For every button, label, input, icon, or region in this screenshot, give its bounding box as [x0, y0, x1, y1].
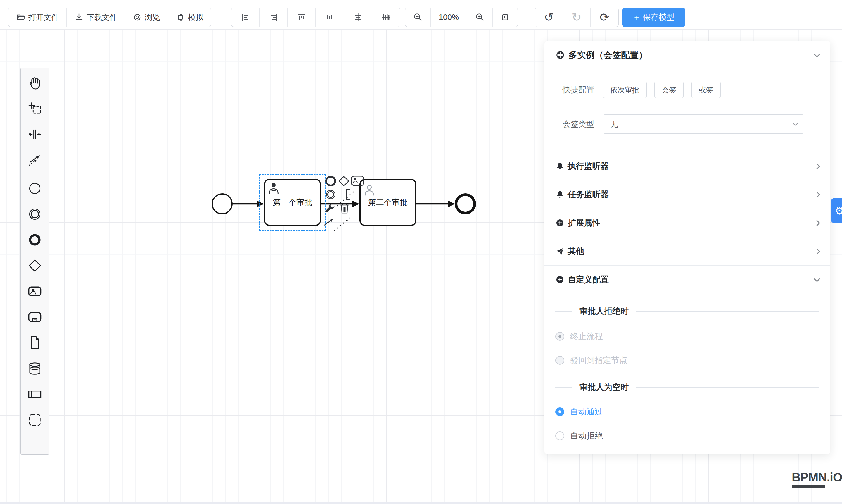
folder-open-icon — [16, 13, 25, 22]
history-button-group: ↺ ↻ ⟳ — [535, 7, 619, 27]
save-model-button[interactable]: ＋ 保存模型 — [622, 7, 685, 27]
create-data-store[interactable] — [20, 356, 49, 381]
sign-type-select[interactable]: 无 — [603, 114, 804, 134]
section-custom-config[interactable]: 自定义配置 — [544, 266, 830, 294]
bell-icon — [556, 190, 564, 199]
radio-auto-pass[interactable]: 自动通过 — [556, 406, 819, 417]
quick-config-row: 快捷配置 依次审批 会签 或签 — [544, 82, 830, 98]
group-title-text: 审批人为空时 — [579, 382, 629, 393]
section-label: 自定义配置 — [568, 274, 609, 285]
open-file-button[interactable]: 打开文件 — [8, 8, 67, 26]
redo-button[interactable]: ↻ — [563, 8, 591, 26]
download-file-button[interactable]: 下载文件 — [67, 8, 125, 26]
quick-option-orsign[interactable]: 或签 — [691, 82, 721, 98]
empty-group-title: 审批人为空时 — [556, 382, 819, 393]
properties-panel: 多实例（会签配置） 快捷配置 依次审批 会签 或签 会签类型 无 — [544, 41, 830, 454]
create-group[interactable] — [20, 407, 49, 433]
create-user-task[interactable] — [20, 278, 49, 304]
start-event-node[interactable] — [212, 193, 233, 214]
append-gateway-button[interactable] — [337, 175, 350, 187]
radio-terminate-process[interactable]: 终止流程 — [556, 331, 819, 342]
group-title-text: 审批人拒绝时 — [579, 306, 629, 317]
chevron-right-icon — [814, 191, 820, 197]
undo-button[interactable]: ↺ — [535, 8, 563, 26]
radio-return-to-node[interactable]: 驳回到指定节点 — [556, 355, 819, 366]
quick-option-sequential[interactable]: 依次审批 — [603, 82, 647, 98]
data-object-icon — [28, 336, 42, 350]
zoom-level-display: 100% — [431, 8, 468, 26]
download-file-label: 下载文件 — [87, 12, 117, 22]
download-icon — [74, 13, 84, 22]
quick-config-label: 快捷配置 — [556, 85, 594, 95]
create-data-object[interactable] — [20, 330, 49, 356]
global-connect-tool[interactable] — [20, 147, 49, 173]
section-task-listener[interactable]: 任务监听器 — [544, 180, 830, 209]
simulate-button[interactable]: 模拟 — [168, 8, 211, 26]
align-bottom-button[interactable] — [316, 8, 344, 26]
chip-icon — [176, 13, 185, 22]
lasso-icon — [28, 101, 42, 116]
align-right-button[interactable] — [260, 8, 288, 26]
section-label: 任务监听器 — [568, 189, 609, 200]
create-gateway[interactable] — [20, 253, 49, 278]
plus-circle-icon — [556, 218, 564, 227]
create-end-event[interactable] — [20, 227, 49, 253]
space-tool-icon — [28, 127, 42, 142]
chevron-right-icon — [814, 220, 820, 226]
append-user-task-button[interactable] — [351, 175, 364, 186]
eye-icon — [133, 13, 142, 22]
sign-type-row: 会签类型 无 — [544, 114, 830, 134]
reset-button[interactable]: ⟳ — [591, 8, 618, 26]
zoom-in-button[interactable] — [468, 8, 493, 26]
create-start-event[interactable] — [20, 176, 49, 201]
user-task-icon — [267, 181, 280, 195]
element-palette — [20, 68, 49, 454]
send-icon — [556, 247, 564, 256]
quick-option-label: 或签 — [699, 85, 713, 95]
connect-tool-button[interactable] — [323, 216, 336, 229]
reject-group-title: 审批人拒绝时 — [556, 306, 819, 317]
section-extension-properties[interactable]: 扩展属性 — [544, 209, 830, 237]
zoom-out-button[interactable] — [405, 8, 431, 26]
fit-viewport-button[interactable] — [493, 8, 518, 26]
trash-delete-button[interactable] — [339, 203, 349, 215]
lasso-tool[interactable] — [20, 96, 49, 121]
multi-instance-icon — [556, 50, 565, 60]
align-top-button[interactable] — [288, 8, 316, 26]
sub-process-icon — [27, 310, 42, 324]
user-task-icon — [27, 284, 42, 299]
settings-toggle-tab[interactable]: ⚙ — [830, 198, 842, 223]
radio-icon — [556, 332, 564, 341]
hand-tool[interactable] — [20, 70, 49, 96]
gateway-icon — [28, 258, 42, 273]
create-intermediate-event[interactable] — [20, 201, 49, 227]
end-event-node[interactable] — [455, 193, 476, 214]
preview-button[interactable]: 浏览 — [125, 8, 168, 26]
quick-option-countersign[interactable]: 会签 — [654, 82, 684, 98]
align-left-button[interactable] — [231, 8, 260, 26]
simulate-label: 模拟 — [188, 12, 203, 22]
panel-sections: 执行监听器 任务监听器 扩展属性 — [544, 152, 830, 294]
space-tool[interactable] — [20, 121, 49, 147]
redo-icon: ↻ — [572, 11, 581, 24]
section-other[interactable]: 其他 — [544, 237, 830, 266]
chevron-down-icon[interactable] — [814, 51, 820, 57]
distribute-button[interactable] — [372, 8, 400, 26]
intermediate-event-icon — [28, 207, 42, 221]
radio-label: 自动拒绝 — [570, 430, 603, 442]
append-text-annotation-button[interactable] — [345, 189, 351, 200]
panel-header[interactable]: 多实例（会签配置） — [544, 41, 830, 69]
section-execution-listener[interactable]: 执行监听器 — [544, 152, 830, 180]
align-center-button[interactable] — [344, 8, 372, 26]
create-sub-process[interactable] — [20, 304, 49, 330]
align-center-icon — [353, 12, 363, 22]
wrench-settings-button[interactable] — [323, 202, 336, 214]
chevron-down-icon — [814, 275, 820, 282]
append-intermediate-event-button[interactable] — [325, 189, 337, 200]
data-store-icon — [28, 361, 42, 376]
panel-title: 多实例（会签配置） — [568, 49, 647, 61]
fit-viewport-icon — [500, 12, 510, 22]
append-end-event-button[interactable] — [324, 175, 337, 187]
radio-auto-reject[interactable]: 自动拒绝 — [556, 430, 819, 442]
create-participant[interactable] — [20, 381, 49, 407]
